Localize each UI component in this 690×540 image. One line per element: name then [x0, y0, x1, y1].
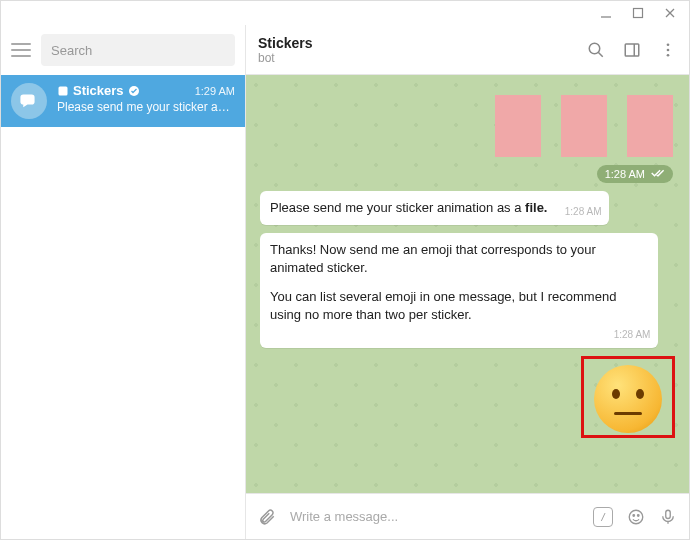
sent-timestamp: 1:28 AM	[597, 165, 673, 183]
search-input[interactable]: Search	[41, 34, 235, 66]
sticker-thumb[interactable]	[561, 95, 607, 157]
attach-icon[interactable]	[258, 508, 276, 526]
minimize-icon[interactable]	[599, 6, 613, 20]
app-window: Search Stickers 1:29 AM P	[0, 0, 690, 540]
main-panel: Stickers bot	[246, 25, 689, 539]
svg-point-13	[629, 510, 643, 524]
svg-point-15	[638, 514, 640, 516]
sent-emoji-highlight	[581, 356, 675, 438]
svg-rect-1	[634, 9, 643, 18]
sidebar-top: Search	[1, 25, 245, 75]
chat-preview: Please send me your sticker anim...	[57, 100, 235, 114]
chat-name: Stickers	[57, 83, 140, 98]
app-body: Search Stickers 1:29 AM P	[1, 25, 689, 539]
sidebar: Search Stickers 1:29 AM P	[1, 25, 246, 539]
svg-point-10	[667, 43, 670, 46]
messages-area[interactable]: 1:28 AM Please send me your sticker anim…	[246, 75, 689, 493]
emoji-icon[interactable]	[627, 508, 645, 526]
avatar	[11, 83, 47, 119]
read-ticks-icon	[651, 168, 665, 180]
message-time: 1:28 AM	[614, 328, 651, 342]
window-titlebar	[1, 1, 689, 25]
sticker-icon	[57, 85, 69, 97]
svg-rect-4	[59, 86, 68, 95]
chat-name-text: Stickers	[73, 83, 124, 98]
chat-subtitle: bot	[258, 51, 312, 65]
command-icon[interactable]: /	[593, 507, 613, 527]
svg-point-12	[667, 53, 670, 56]
message-text: Please send me your sticker animation as…	[270, 200, 547, 215]
chat-item-body: Stickers 1:29 AM Please send me your sti…	[57, 83, 235, 114]
message-text: Thanks! Now send me an emoji that corres…	[270, 241, 648, 277]
chat-list-item[interactable]: Stickers 1:29 AM Please send me your sti…	[1, 75, 245, 127]
chat-time: 1:29 AM	[195, 85, 235, 97]
incoming-message[interactable]: Thanks! Now send me an emoji that corres…	[260, 233, 658, 348]
svg-rect-16	[666, 510, 671, 518]
sidepanel-icon[interactable]	[623, 41, 641, 59]
microphone-icon[interactable]	[659, 508, 677, 526]
message-input[interactable]: Write a message...	[290, 509, 579, 524]
more-icon[interactable]	[659, 41, 677, 59]
timestamp-text: 1:28 AM	[605, 168, 645, 180]
message-time: 1:28 AM	[565, 205, 602, 219]
sticker-thumb[interactable]	[495, 95, 541, 157]
menu-icon[interactable]	[11, 43, 31, 57]
svg-point-14	[633, 514, 635, 516]
message-composer: Write a message... /	[246, 493, 689, 539]
sticker-thumb[interactable]	[627, 95, 673, 157]
close-icon[interactable]	[663, 6, 677, 20]
search-icon[interactable]	[587, 41, 605, 59]
input-placeholder: Write a message...	[290, 509, 398, 524]
incoming-message[interactable]: Please send me your sticker animation as…	[260, 191, 609, 225]
svg-rect-8	[625, 44, 639, 56]
svg-point-6	[589, 43, 600, 54]
chat-title[interactable]: Stickers	[258, 35, 312, 51]
search-placeholder: Search	[51, 43, 92, 58]
chat-header: Stickers bot	[246, 25, 689, 75]
message-text: You can list several emoji in one messag…	[270, 288, 648, 324]
sent-stickers	[260, 89, 675, 157]
maximize-icon[interactable]	[631, 6, 645, 20]
verified-icon	[128, 85, 140, 97]
svg-line-7	[598, 52, 603, 57]
neutral-face-emoji[interactable]	[594, 365, 662, 433]
svg-point-11	[667, 48, 670, 51]
